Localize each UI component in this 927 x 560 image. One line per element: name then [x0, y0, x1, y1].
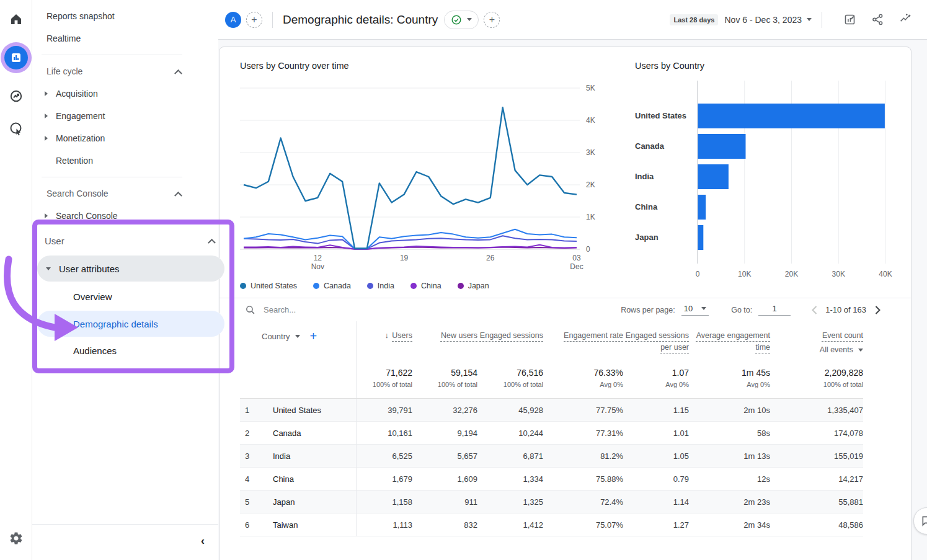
rows-per-page-label: Rows per page:: [621, 306, 675, 314]
svg-text:10K: 10K: [738, 270, 751, 278]
column-header-users[interactable]: ↓ Users: [356, 321, 412, 354]
row-rank: 6: [240, 513, 262, 536]
column-header-new-users[interactable]: New users: [412, 321, 477, 354]
table-row-taiwan: 6Taiwan1,1138321,41275.07%1.272m 34s48,5…: [240, 513, 863, 536]
svg-text:Canada: Canada: [635, 141, 665, 151]
chevron-down-icon[interactable]: [807, 18, 812, 21]
left-icon-rail: [0, 0, 32, 560]
legend-item-india[interactable]: India: [367, 282, 394, 290]
sidebar-item-overview[interactable]: Overview: [37, 283, 224, 311]
sidebar-section-search-console[interactable]: Search Console: [32, 182, 218, 205]
country-dimension-dropdown[interactable]: Country +: [262, 330, 356, 342]
settings-gear-icon[interactable]: [8, 530, 24, 546]
collapse-sidebar-icon[interactable]: ‹: [201, 535, 205, 548]
column-header-average-engagement-time[interactable]: Average engagement time: [689, 321, 770, 354]
sidebar-divider: [42, 55, 182, 55]
row-rank: 2: [240, 422, 262, 445]
event-count-filter-dropdown[interactable]: All events: [770, 345, 863, 354]
sidebar-item-acquisition[interactable]: Acquisition: [32, 82, 218, 105]
header-divider: [822, 12, 822, 28]
insights-icon[interactable]: [899, 13, 912, 26]
row-metric-value: 911: [412, 491, 477, 513]
add-dimension-icon[interactable]: +: [310, 330, 317, 342]
sidebar-item-realtime[interactable]: Realtime: [32, 27, 218, 50]
svg-text:3K: 3K: [586, 148, 595, 157]
legend-item-canada[interactable]: Canada: [313, 282, 351, 290]
rows-per-page-select[interactable]: 10: [681, 304, 709, 316]
table-row-china: 4China1,6791,6091,33475.88%0.7912s14,217: [240, 468, 863, 491]
header-right-group: Last 28 days Nov 6 - Dec 3, 2023: [670, 12, 912, 28]
reports-icon[interactable]: [4, 46, 28, 69]
users-by-country-bar-chart: 010K20K30K40KUnited StatesCanadaIndiaChi…: [635, 79, 892, 287]
row-metric-value: 1,325: [477, 491, 543, 513]
column-header-engaged-sessions-per-user[interactable]: Engaged sessions per user: [623, 321, 689, 354]
bar-chart-panel: Users by Country 010K20K30K40KUnited Sta…: [635, 61, 892, 290]
top-header-bar: A + Demographic details: Country + Last …: [218, 0, 927, 40]
sidebar-footer: ‹: [32, 524, 218, 560]
row-metric-value: 2m 10s: [689, 399, 770, 422]
sidebar-item-monetization[interactable]: Monetization: [32, 127, 218, 149]
svg-text:5K: 5K: [586, 84, 595, 92]
sidebar-item-retention[interactable]: Retention: [32, 149, 218, 172]
row-metric-value: 9,194: [412, 422, 477, 445]
sidebar-item-audiences[interactable]: Audiences: [37, 337, 224, 365]
chevron-up-icon[interactable]: [208, 238, 216, 246]
sidebar-nav: Reports snapshotRealtime Life cycleAcqui…: [32, 0, 218, 560]
legend-item-china[interactable]: China: [410, 282, 441, 290]
sidebar-section-user[interactable]: User: [37, 227, 224, 254]
explore-icon[interactable]: [8, 88, 24, 104]
goto-page-value: 1: [773, 304, 777, 313]
sidebar-item-search-console[interactable]: Search Console: [32, 205, 218, 227]
sidebar-item-demographic-details[interactable]: Demographic details: [37, 311, 224, 337]
totals-cell: 59,154100% of total: [412, 354, 477, 399]
svg-text:India: India: [635, 172, 654, 181]
avatar[interactable]: A: [225, 12, 241, 28]
row-metric-value: 1.01: [623, 422, 689, 445]
table-row-canada: 2Canada10,1619,19410,24477.31%1.0158s174…: [240, 422, 863, 445]
chevron-down-icon: [858, 349, 863, 352]
search-input[interactable]: [264, 305, 450, 314]
sidebar-item-reports-snapshot[interactable]: Reports snapshot: [32, 5, 218, 27]
rank-column-header: [240, 321, 262, 354]
column-header-engagement-rate[interactable]: Engagement rate: [543, 321, 623, 354]
legend-item-united-states[interactable]: United States: [240, 282, 297, 290]
table-row-india: 3India6,5255,6576,87181.2%1.051m 13s155,…: [240, 445, 863, 468]
goto-label: Go to:: [731, 306, 752, 314]
svg-text:2K: 2K: [586, 180, 595, 189]
date-range-value[interactable]: Nov 6 - Dec 3, 2023: [724, 15, 802, 25]
next-page-icon[interactable]: [870, 303, 885, 318]
previous-page-icon[interactable]: [807, 303, 822, 318]
share-icon[interactable]: [871, 13, 884, 26]
legend-dot-icon: [240, 283, 246, 289]
charts-row: Users by Country over time 5K4K3K2K1K012…: [240, 61, 891, 290]
totals-cell: 1m 45sAvg 0%: [689, 354, 770, 399]
svg-text:Nov: Nov: [311, 262, 324, 271]
totals-cell: 1.07Avg 0%: [623, 354, 689, 399]
date-range-badge: Last 28 days: [670, 14, 718, 25]
column-header-event-count[interactable]: Event countAll events: [770, 321, 863, 354]
report-status-dropdown[interactable]: [444, 11, 479, 29]
sidebar-item-engagement[interactable]: Engagement: [32, 105, 218, 127]
svg-text:20K: 20K: [785, 270, 798, 278]
legend-item-japan[interactable]: Japan: [458, 282, 489, 290]
row-metric-value: 48,586: [770, 513, 863, 536]
sidebar-section-life-cycle[interactable]: Life cycle: [32, 60, 218, 82]
svg-text:China: China: [635, 202, 658, 211]
arrow-right-icon: [45, 113, 48, 118]
country-data-table: Country + ↓ UsersNew usersEngaged sessio…: [240, 321, 863, 536]
advertising-icon[interactable]: [8, 120, 24, 136]
sidebar-item-user-attributes[interactable]: User attributes: [37, 256, 224, 282]
add-comparison-icon[interactable]: +: [246, 12, 262, 28]
row-rank: 5: [240, 491, 262, 513]
add-report-icon[interactable]: +: [484, 12, 500, 28]
goto-page-input[interactable]: 1: [758, 304, 791, 316]
row-country: Canada: [262, 422, 356, 445]
pagination: Rows per page: 10 Go to: 1 1-10 of 163: [621, 303, 885, 318]
row-metric-value: 174,078: [770, 422, 863, 445]
home-icon[interactable]: [8, 11, 24, 27]
svg-text:4K: 4K: [586, 116, 595, 125]
header-divider: [272, 12, 273, 28]
row-metric-value: 77.31%: [543, 422, 623, 445]
column-header-engaged-sessions[interactable]: Engaged sessions: [477, 321, 543, 354]
customize-report-icon[interactable]: [843, 13, 856, 26]
